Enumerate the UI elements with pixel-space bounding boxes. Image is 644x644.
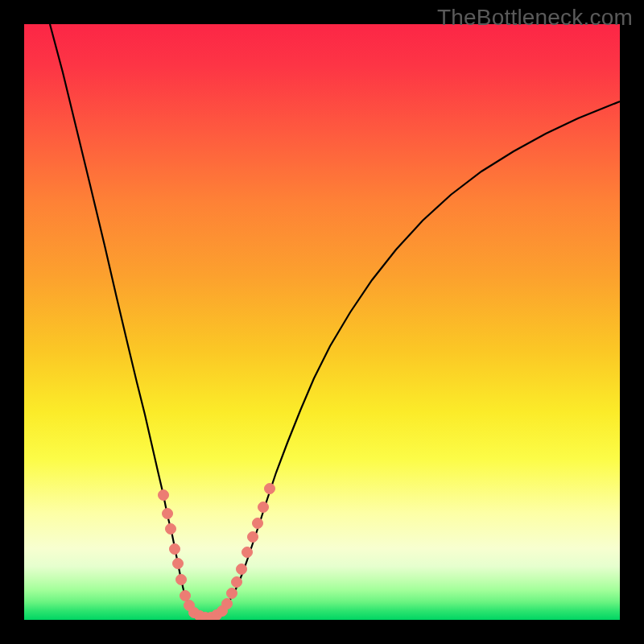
marker-dot bbox=[173, 559, 184, 569]
marker-dot bbox=[253, 518, 263, 529]
curve-overlay bbox=[24, 24, 620, 620]
watermark-text: TheBottleneck.com bbox=[437, 5, 633, 31]
marker-dot bbox=[237, 564, 247, 575]
marker-dot bbox=[163, 509, 173, 519]
chart-frame: TheBottleneck.com bbox=[0, 0, 644, 644]
marker-dot bbox=[170, 544, 180, 555]
bottleneck-curve bbox=[50, 24, 620, 617]
marker-dot bbox=[242, 547, 253, 558]
marker-dot bbox=[232, 577, 242, 588]
plot-area bbox=[24, 24, 620, 620]
marker-dot bbox=[227, 588, 237, 599]
marker-dots-group bbox=[159, 484, 275, 621]
marker-dot bbox=[159, 490, 169, 501]
marker-dot bbox=[222, 599, 233, 609]
marker-dot bbox=[258, 502, 269, 513]
marker-dot bbox=[248, 532, 258, 543]
marker-dot bbox=[176, 575, 187, 585]
marker-dot bbox=[180, 591, 191, 601]
marker-dot bbox=[265, 484, 275, 494]
marker-dot bbox=[166, 524, 176, 535]
